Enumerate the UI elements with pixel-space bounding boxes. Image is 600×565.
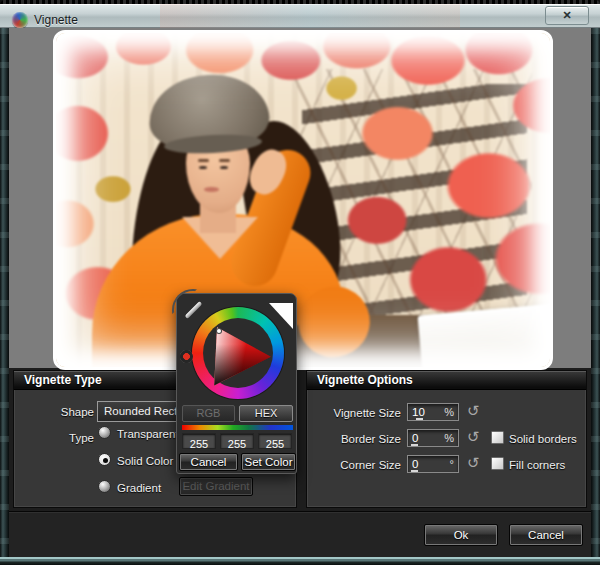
subject-brow: [198, 159, 209, 162]
border-size-unit: %: [444, 432, 454, 444]
fill-corners-label: Fill corners: [509, 459, 565, 471]
subject-eye: [220, 166, 228, 169]
color-picker-popup: RGB HEX Cancel Set Color: [176, 293, 297, 474]
fill-corners-checkbox[interactable]: [491, 457, 504, 470]
hex-tab[interactable]: HEX: [239, 405, 293, 422]
rgb-tab[interactable]: RGB: [182, 405, 235, 422]
border-size-input[interactable]: [412, 431, 442, 445]
vignette-options-header: Vignette Options: [307, 371, 586, 390]
slider-tick[interactable]: [411, 444, 418, 446]
app-logo-icon: [12, 12, 28, 28]
set-color-button[interactable]: Set Color: [241, 453, 296, 471]
solid-borders-label: Solid borders: [509, 433, 577, 445]
radio-transparent-label: Transparent: [117, 428, 179, 440]
solid-borders-checkbox[interactable]: [491, 431, 504, 444]
frame-streaks-right: [591, 28, 600, 565]
eyedropper-icon[interactable]: [185, 301, 203, 319]
window-frame-bottom: [0, 557, 600, 565]
titlebar[interactable]: Vignette: [0, 4, 600, 28]
titlebar-glass-tint: [160, 4, 460, 28]
cancel-button[interactable]: Cancel: [509, 524, 583, 546]
corner-size-input[interactable]: [412, 457, 442, 471]
red-channel-field[interactable]: [182, 433, 216, 449]
corner-size-label: Corner Size: [307, 459, 401, 471]
frame-streaks-left: [0, 28, 9, 565]
photo-art: [53, 30, 553, 370]
radio-gradient[interactable]: [98, 480, 111, 493]
spectrum-bar: [182, 425, 293, 430]
green-channel-field[interactable]: [220, 433, 254, 449]
subject-eye: [199, 166, 207, 169]
vignette-dialog: Vignette ✕: [0, 0, 600, 565]
reset-corner-size-icon[interactable]: ↺: [467, 455, 480, 471]
subject-lips: [204, 187, 219, 192]
red-channel-input[interactable]: [183, 437, 215, 451]
corner-size-unit: °: [450, 458, 454, 470]
border-size-field[interactable]: %: [407, 429, 459, 447]
radio-gradient-label: Gradient: [117, 482, 161, 494]
vignette-size-input[interactable]: [412, 405, 442, 419]
blue-channel-input[interactable]: [259, 437, 291, 451]
radio-solid-color-label: Solid Color: [117, 455, 173, 467]
close-button[interactable]: ✕: [545, 6, 589, 25]
radio-solid-color[interactable]: [98, 453, 111, 466]
slider-tick[interactable]: [411, 470, 418, 472]
shape-label: Shape: [34, 406, 94, 418]
type-label: Type: [34, 432, 94, 444]
window-title: Vignette: [34, 13, 78, 27]
radio-transparent[interactable]: [98, 426, 111, 439]
footer-bar: [9, 512, 591, 557]
slider-tick[interactable]: [416, 418, 423, 420]
border-size-label: Border Size: [307, 433, 401, 445]
edit-gradient-button[interactable]: Edit Gradient: [179, 477, 253, 496]
subject-brow: [219, 159, 230, 162]
reset-vignette-size-icon[interactable]: ↺: [467, 403, 480, 419]
corner-size-field[interactable]: °: [407, 455, 459, 473]
photo-preview: [53, 30, 553, 370]
ok-button[interactable]: Ok: [424, 524, 498, 546]
hue-selector-knob[interactable]: [180, 350, 193, 363]
vignette-size-label: Vignette Size: [307, 407, 401, 419]
sv-selector-dot[interactable]: [217, 329, 221, 333]
vignette-size-field[interactable]: %: [407, 403, 459, 421]
picker-cancel-button[interactable]: Cancel: [179, 453, 238, 471]
green-channel-input[interactable]: [221, 437, 253, 451]
vignette-size-unit: %: [444, 406, 454, 418]
vignette-options-panel: Vignette Options Vignette Size % ↺ Borde…: [306, 370, 587, 508]
close-icon: ✕: [562, 9, 571, 21]
reset-border-size-icon[interactable]: ↺: [467, 429, 480, 445]
blue-channel-field[interactable]: [258, 433, 292, 449]
